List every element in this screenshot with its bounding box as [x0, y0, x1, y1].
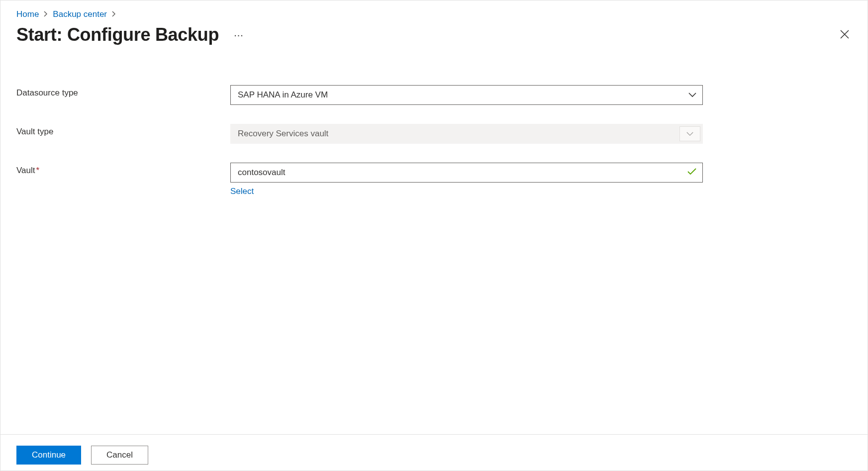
breadcrumb-home-link[interactable]: Home — [16, 9, 39, 19]
close-icon — [840, 29, 850, 41]
footer-bar: Continue Cancel — [0, 434, 868, 471]
breadcrumb: Home Backup center — [16, 9, 852, 19]
breadcrumb-backup-center-link[interactable]: Backup center — [53, 9, 107, 19]
chevron-right-icon — [44, 10, 48, 18]
continue-button[interactable]: Continue — [16, 446, 81, 465]
more-actions-button[interactable]: ··· — [231, 27, 247, 43]
datasource-type-select[interactable]: SAP HANA in Azure VM — [230, 85, 703, 105]
chevron-down-icon — [679, 126, 700, 141]
vault-input[interactable]: contosovault — [230, 163, 703, 183]
vault-value: contosovault — [238, 168, 285, 178]
chevron-right-icon — [112, 10, 116, 18]
cancel-button[interactable]: Cancel — [91, 446, 148, 465]
vault-type-value: Recovery Services vault — [238, 129, 328, 139]
vault-label: Vault* — [16, 163, 230, 176]
vault-type-label: Vault type — [16, 124, 230, 137]
select-vault-link[interactable]: Select — [230, 187, 254, 196]
datasource-type-label: Datasource type — [16, 85, 230, 98]
datasource-type-value: SAP HANA in Azure VM — [238, 90, 328, 100]
chevron-down-icon — [688, 93, 696, 97]
vault-type-select: Recovery Services vault — [230, 124, 703, 144]
required-indicator: * — [36, 166, 40, 175]
checkmark-icon — [687, 168, 696, 178]
page-title: Start: Configure Backup — [16, 24, 219, 45]
close-button[interactable] — [836, 26, 854, 44]
